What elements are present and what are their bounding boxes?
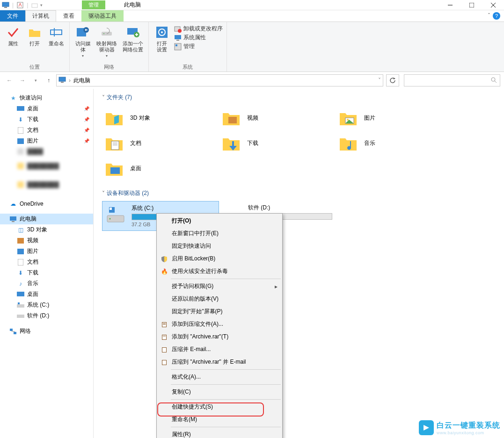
tab-view[interactable]: 查看 bbox=[56, 10, 81, 22]
pin-icon: 📌 bbox=[84, 117, 89, 122]
ctx-previous-versions[interactable]: 还原以前的版本(V) bbox=[158, 293, 281, 305]
nav-up-button[interactable]: ↑ bbox=[43, 75, 54, 86]
svg-rect-39 bbox=[10, 216, 16, 221]
sidebar-blurred-item[interactable]: ████████ bbox=[0, 157, 93, 175]
add-location-button[interactable]: 添加一个 网络位置 bbox=[120, 24, 146, 63]
ctx-copy[interactable]: 复制(C) bbox=[158, 386, 281, 398]
chevron-down-icon[interactable]: ˅ bbox=[378, 77, 381, 84]
ctx-add-archive[interactable]: 添加到压缩文件(A)... bbox=[158, 318, 281, 330]
svg-rect-43 bbox=[18, 259, 23, 266]
ctx-rename[interactable]: 重命名(M) bbox=[158, 413, 281, 426]
open-button[interactable]: 打开 bbox=[24, 24, 45, 63]
sidebar-documents[interactable]: 文档 bbox=[0, 257, 93, 267]
sidebar-onedrive[interactable]: ☁OneDrive bbox=[0, 199, 93, 209]
sidebar-downloads[interactable]: ⬇下载📌 bbox=[0, 114, 93, 125]
desktop-icon bbox=[17, 105, 24, 113]
sidebar-music[interactable]: ♪音乐 bbox=[0, 278, 93, 289]
access-media-button[interactable]: 访问媒体▾ bbox=[73, 24, 93, 63]
refresh-button[interactable] bbox=[386, 74, 399, 86]
sidebar-pictures[interactable]: 图片📌 bbox=[0, 136, 93, 146]
sys-props-button[interactable]: 系统属性 bbox=[174, 34, 223, 42]
folder-music[interactable]: 音乐 bbox=[336, 130, 453, 156]
map-drive-button[interactable]: 映射网络 驱动器▾ bbox=[94, 24, 119, 63]
ctx-format[interactable]: 格式化(A)... bbox=[158, 371, 281, 383]
svg-rect-3 bbox=[32, 4, 37, 7]
ctx-open[interactable]: 打开(O) bbox=[158, 215, 281, 227]
svg-rect-29 bbox=[61, 82, 64, 83]
sidebar-videos[interactable]: 视频 bbox=[0, 235, 93, 246]
ctx-pin-quick-access[interactable]: 固定到快速访问 bbox=[158, 240, 281, 252]
svg-line-32 bbox=[495, 81, 497, 83]
sidebar-pictures[interactable]: 图片 bbox=[0, 246, 93, 257]
address-field[interactable]: › 此电脑 ˅ bbox=[56, 74, 383, 86]
folder-downloads[interactable]: 下载 bbox=[219, 130, 336, 156]
ribbon-group-network: 访问媒体▾ 映射网络 驱动器▾ 添加一个 网络位置 网络 bbox=[70, 22, 149, 72]
ctx-bitlocker[interactable]: 启用 BitLocker(B) bbox=[158, 252, 281, 265]
uninstall-button[interactable]: 卸载或更改程序 bbox=[174, 25, 223, 33]
sidebar-drive-c[interactable]: 系统 (C:) bbox=[0, 300, 93, 310]
sidebar-quick-access[interactable]: ★快速访问 bbox=[0, 93, 93, 103]
tab-computer[interactable]: 计算机 bbox=[25, 10, 56, 22]
rename-button[interactable]: 重命名 bbox=[46, 24, 66, 63]
nav-back-button[interactable]: ← bbox=[4, 75, 15, 86]
ctx-add-rar[interactable]: 添加到 "Archive.rar"(T) bbox=[158, 330, 281, 343]
chevron-down-icon[interactable]: ▾ bbox=[40, 3, 43, 7]
new-folder-icon[interactable] bbox=[31, 1, 38, 9]
help-icon[interactable]: ? bbox=[493, 12, 500, 20]
minimize-button[interactable] bbox=[439, 0, 461, 10]
open-settings-button[interactable]: 打开 设置 bbox=[152, 24, 172, 63]
search-icon bbox=[490, 77, 497, 85]
ctx-properties[interactable]: 属性(R) bbox=[158, 428, 281, 438]
folder-pictures[interactable]: 图片 bbox=[336, 105, 453, 130]
sidebar-network[interactable]: 网络 bbox=[0, 326, 93, 337]
sidebar-this-pc[interactable]: 此电脑 bbox=[0, 214, 93, 224]
folder-videos[interactable]: 视频 bbox=[219, 105, 336, 130]
nav-recent-button[interactable]: ▾ bbox=[30, 75, 41, 86]
ctx-open-new-window[interactable]: 在新窗口中打开(E) bbox=[158, 227, 281, 240]
ctx-compress-email[interactable]: 压缩并 E-mail... bbox=[158, 343, 281, 356]
sidebar-desktop[interactable]: 桌面📌 bbox=[0, 103, 93, 114]
svg-point-62 bbox=[110, 218, 111, 220]
ribbon-collapse-icon[interactable]: ˆ bbox=[488, 13, 490, 19]
drives-header[interactable]: ˅设备和驱动器 (2) bbox=[102, 189, 496, 197]
address-bar: ← → ▾ ↑ › 此电脑 ˅ bbox=[0, 72, 504, 89]
sidebar-blurred-item[interactable]: ████ bbox=[0, 146, 93, 157]
ctx-huorong-scan[interactable]: 🔥使用火绒安全进行杀毒 bbox=[158, 265, 281, 278]
search-input[interactable] bbox=[404, 74, 500, 86]
svg-rect-44 bbox=[17, 292, 24, 296]
properties-icon[interactable] bbox=[16, 1, 24, 9]
folders-header[interactable]: ˅文件夹 (7) bbox=[102, 93, 496, 101]
svg-rect-5 bbox=[469, 3, 474, 7]
maximize-button[interactable] bbox=[461, 0, 482, 10]
nav-forward-button[interactable]: → bbox=[17, 75, 28, 86]
svg-rect-64 bbox=[110, 208, 112, 210]
pin-icon: 📌 bbox=[84, 128, 89, 133]
folder-desktop[interactable]: 桌面 bbox=[102, 156, 219, 181]
sidebar-3d-objects[interactable]: ◫3D 对象 bbox=[0, 224, 93, 235]
ctx-grant-access[interactable]: 授予访问权限(G)▸ bbox=[158, 280, 281, 293]
folder-documents[interactable]: 文档 bbox=[102, 130, 219, 156]
manage-button[interactable]: 管理 bbox=[174, 43, 223, 50]
group-label: 网络 bbox=[73, 63, 146, 72]
sidebar-blurred-item[interactable]: ████████ bbox=[0, 175, 93, 194]
ctx-create-shortcut[interactable]: 创建快捷方式(S) bbox=[158, 401, 281, 413]
folder-3d-objects[interactable]: 3D 对象 bbox=[102, 105, 219, 130]
tab-drive-tools[interactable]: 驱动器工具 bbox=[81, 10, 124, 22]
this-pc-icon bbox=[9, 215, 17, 223]
close-button[interactable] bbox=[482, 0, 504, 10]
properties-button[interactable]: 属性 bbox=[3, 24, 23, 63]
this-pc-icon bbox=[2, 1, 9, 9]
sidebar-desktop[interactable]: 桌面 bbox=[0, 289, 93, 300]
drive-name: 系统 (C:) bbox=[131, 204, 216, 212]
chevron-right-icon[interactable]: › bbox=[69, 77, 71, 84]
shield-icon bbox=[161, 255, 168, 263]
titlebar: | | ▾ 管理 此电脑 bbox=[0, 0, 504, 10]
sidebar-drive-d[interactable]: 软件 (D:) bbox=[0, 310, 93, 321]
svg-rect-56 bbox=[111, 141, 119, 150]
breadcrumb-this-pc[interactable]: 此电脑 bbox=[73, 77, 90, 85]
sidebar-downloads[interactable]: ⬇下载 bbox=[0, 267, 93, 278]
tab-file[interactable]: 文件 bbox=[0, 10, 25, 22]
ctx-pin-start[interactable]: 固定到"开始"屏幕(P) bbox=[158, 305, 281, 318]
ctx-compress-rar-email[interactable]: 压缩到 "Archive.rar" 并 E-mail bbox=[158, 356, 281, 368]
sidebar-documents[interactable]: 文档📌 bbox=[0, 125, 93, 136]
